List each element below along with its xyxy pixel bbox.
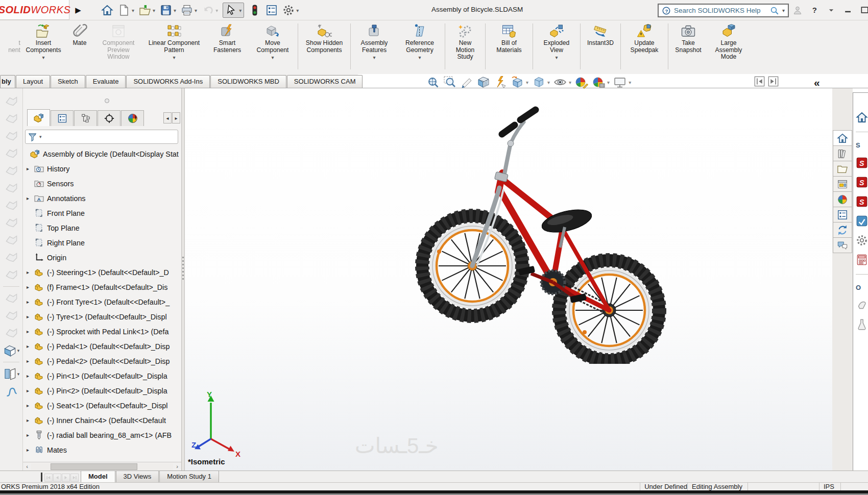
left-tool-button[interactable]	[5, 326, 18, 340]
task-pane-item[interactable]: S	[856, 176, 868, 188]
view-tool-button[interactable]	[553, 76, 571, 89]
ribbon-button[interactable]: Reference Geometry	[396, 23, 443, 60]
window-control-button[interactable]	[826, 5, 836, 15]
feature-manager-tab[interactable]	[98, 110, 120, 126]
window-control-button[interactable]: ?	[809, 5, 819, 15]
left-tool-button[interactable]	[5, 268, 18, 282]
panel-splitter-knob[interactable]	[105, 98, 109, 103]
separator[interactable]	[580, 23, 581, 69]
view-tool-button[interactable]	[592, 76, 610, 89]
window-control-button[interactable]	[843, 5, 853, 15]
ribbon-button[interactable]: Exploded View	[535, 23, 578, 60]
ribbon-button[interactable]: Smart Fasteners	[205, 23, 249, 54]
tree-item[interactable]: Origin	[23, 250, 181, 265]
task-pane-item[interactable]	[856, 234, 868, 246]
ribbon-tab[interactable]: Layout	[16, 75, 50, 88]
ribbon-button[interactable]: Insert Components	[21, 23, 65, 60]
tree-item[interactable]: Right Plane	[23, 235, 181, 250]
task-pane-item[interactable]	[856, 254, 868, 266]
expand-arrow-icon[interactable]	[27, 166, 34, 171]
expand-arrow-icon[interactable]	[27, 432, 34, 438]
ribbon-button[interactable]: Mate	[65, 23, 94, 47]
ribbon-button[interactable]: Bill of Materials	[487, 23, 531, 54]
left-tool-button[interactable]	[5, 181, 18, 195]
quick-tool-button[interactable]	[202, 3, 218, 18]
left-tool-button[interactable]	[5, 112, 18, 126]
task-pane-tab[interactable]	[833, 222, 852, 238]
tab-nav-button[interactable]	[62, 474, 70, 482]
view-tool-button[interactable]	[575, 76, 588, 89]
ribbon-button[interactable]: Show Hidden Components	[300, 23, 349, 54]
task-pane-item[interactable]	[856, 215, 868, 227]
ribbon-tab[interactable]: SOLIDWORKS MBD	[210, 75, 286, 88]
view-tool-button[interactable]	[443, 76, 456, 89]
separator[interactable]	[3, 286, 19, 287]
pane-button[interactable]	[768, 76, 779, 87]
task-pane-tab[interactable]	[833, 176, 852, 192]
task-pane-tab[interactable]	[833, 207, 852, 222]
document-tab[interactable]: 3D Views	[116, 471, 159, 482]
separator[interactable]	[298, 23, 298, 69]
bicycle-3d-model[interactable]	[402, 98, 678, 364]
expand-arrow-icon[interactable]	[27, 403, 34, 408]
splitter-grip[interactable]	[182, 257, 184, 280]
tree-item[interactable]: (-) radial ball bearing_68_am<1> (AFB	[23, 428, 181, 442]
feature-manager-tab[interactable]	[51, 110, 74, 126]
tree-item[interactable]: (-) Pedal<2> (Default<<Default>_Disp	[23, 354, 181, 368]
help-search-box[interactable]: ? Search SOLIDWORKS Help ▾	[658, 4, 789, 17]
tree-item[interactable]: (-) Inner Chain<4> (Default<<Default	[23, 413, 181, 428]
expand-arrow-icon[interactable]	[27, 269, 34, 275]
ribbon-button[interactable]: Take Snapshot	[670, 23, 707, 54]
tree-item[interactable]: Top Plane	[23, 220, 181, 235]
separator[interactable]	[668, 23, 668, 69]
separator[interactable]	[445, 23, 445, 69]
window-control-button[interactable]	[792, 5, 803, 15]
left-tool-button[interactable]	[3, 343, 20, 357]
task-pane-tab[interactable]	[833, 191, 852, 207]
ribbon-button[interactable]: Linear Component Pattern	[143, 23, 205, 60]
ribbon-tab[interactable]: bly	[0, 75, 15, 88]
separator[interactable]	[350, 23, 351, 69]
tree-item[interactable]: (-) Pedal<1> (Default<<Default>_Disp	[23, 339, 181, 354]
left-tool-button[interactable]	[5, 216, 18, 230]
tab-nav-button[interactable]	[53, 474, 61, 482]
quick-tool-button[interactable]	[160, 3, 176, 18]
expand-arrow-icon[interactable]	[27, 388, 34, 393]
expand-arrow-icon[interactable]	[27, 195, 34, 201]
task-pane-item[interactable]: S	[856, 195, 868, 208]
view-tool-button[interactable]	[532, 76, 550, 89]
quick-tool-button[interactable]	[249, 3, 261, 18]
ribbon-tab[interactable]: SOLIDWORKS CAM	[287, 75, 363, 88]
tab-splitter[interactable]	[41, 473, 42, 482]
tree-item[interactable]: (-) Pin<2> (Default<<Default>_Displa	[23, 383, 181, 398]
view-tool-button[interactable]	[460, 76, 473, 89]
left-tool-button[interactable]	[5, 146, 18, 160]
left-tool-button[interactable]	[5, 291, 18, 305]
ribbon-button[interactable]: Move Component	[249, 23, 296, 60]
left-tool-button[interactable]	[5, 164, 18, 178]
tree-item[interactable]: (-) Tyre<1> (Default<<Default>_Displ	[23, 309, 181, 324]
ribbon-button[interactable]: Instant3D	[582, 23, 619, 47]
tree-item[interactable]: Mates	[23, 442, 181, 457]
left-tool-button[interactable]	[5, 129, 18, 143]
task-pane-tab[interactable]	[833, 161, 852, 177]
panel-splitter[interactable]	[181, 88, 185, 471]
feature-manager-tab[interactable]	[121, 110, 144, 126]
expand-arrow-icon[interactable]	[27, 417, 34, 423]
feature-manager-tab[interactable]	[27, 109, 50, 126]
collapse-taskpane-icon[interactable]	[814, 77, 820, 89]
quick-tool-button[interactable]	[101, 3, 113, 18]
pane-button[interactable]	[754, 76, 765, 87]
view-tool-button[interactable]	[511, 76, 528, 89]
quick-tool-button[interactable]	[282, 3, 299, 18]
scrollbar-thumb[interactable]	[51, 463, 137, 470]
ribbon-button[interactable]: Large Assembly Mode	[707, 23, 751, 61]
separator[interactable]	[856, 274, 868, 275]
tree-item[interactable]: A Annotations	[23, 191, 181, 206]
fm-tabs-left-arrow-icon[interactable]	[163, 112, 172, 123]
task-pane-item[interactable]: S	[856, 140, 860, 150]
task-pane-item[interactable]: S	[856, 157, 868, 169]
feature-manager-tab[interactable]	[74, 110, 97, 126]
view-tool-button[interactable]	[426, 76, 440, 89]
expand-arrow-icon[interactable]	[27, 447, 34, 453]
